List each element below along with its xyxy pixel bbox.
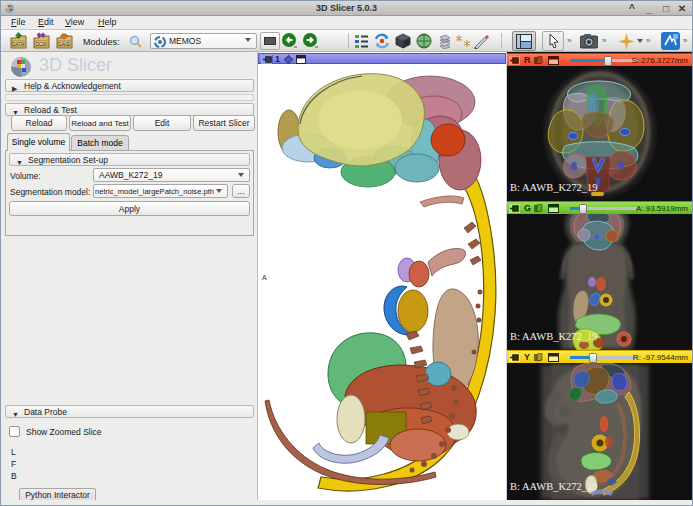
svg-text:SAVE: SAVE	[58, 42, 70, 47]
svg-text:B: AAWB_K272_19: B: AAWB_K272_19	[510, 481, 598, 492]
svg-text:DCM: DCM	[36, 42, 46, 47]
svg-text:DATA: DATA	[12, 42, 23, 47]
svg-text:A: A	[262, 274, 267, 281]
svg-text:B: AAWB_K272_19: B: AAWB_K272_19	[510, 331, 598, 342]
svg-text:B: AAWB_K272_19: B: AAWB_K272_19	[510, 182, 598, 193]
